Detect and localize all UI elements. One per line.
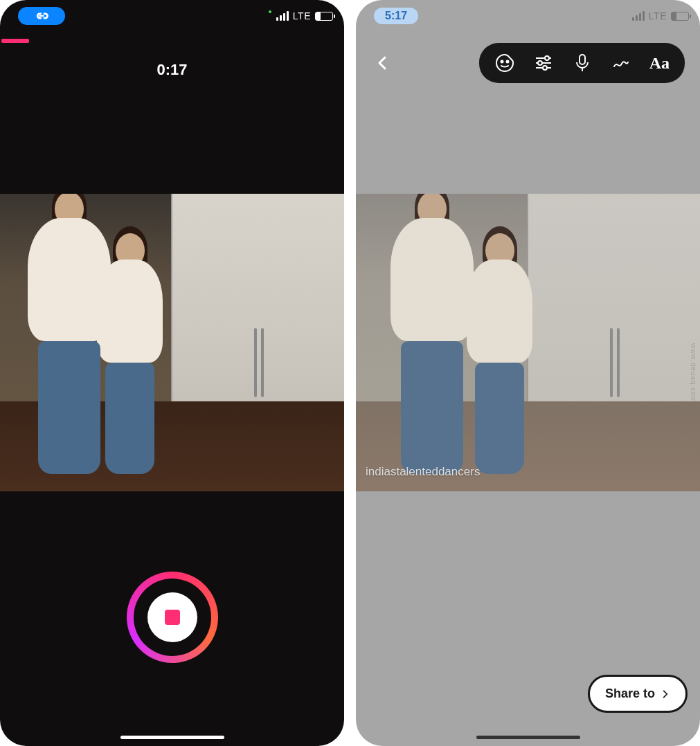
story-preview[interactable]: indiastalenteddancers — [356, 194, 700, 491]
screenshot-right-editor: 5:17 LTE — [356, 0, 700, 746]
link-status-pill[interactable] — [18, 7, 65, 25]
sticker-icon — [494, 53, 515, 73]
editor-toolbar: Aa — [479, 43, 685, 83]
svg-point-1 — [506, 61, 508, 63]
editor-top-bar: Aa — [356, 43, 700, 83]
battery-icon — [315, 12, 333, 21]
chevron-right-icon — [661, 689, 670, 699]
watermark: www.deuaq.com — [690, 343, 697, 403]
text-button[interactable]: Aa — [649, 54, 670, 73]
screenshot-left-recording: LTE 0:17 — [0, 0, 344, 746]
status-bar: LTE — [0, 0, 344, 32]
signal-icon — [276, 11, 289, 21]
chevron-left-icon — [375, 55, 391, 71]
status-time: 5:17 — [374, 8, 418, 24]
mic-button[interactable] — [572, 53, 593, 73]
svg-rect-8 — [580, 55, 585, 64]
share-to-button[interactable]: Share to — [588, 675, 688, 713]
svg-point-3 — [545, 56, 549, 60]
squiggle-icon — [611, 53, 631, 73]
link-icon — [29, 10, 54, 22]
sticker-button[interactable] — [494, 53, 515, 73]
record-button[interactable] — [127, 572, 218, 663]
share-label: Share to — [605, 686, 655, 701]
draw-button[interactable] — [611, 53, 631, 73]
network-label: LTE — [649, 10, 667, 21]
home-indicator[interactable] — [476, 736, 580, 739]
story-caption: indiastalenteddancers — [366, 465, 480, 479]
status-right: LTE — [632, 10, 689, 21]
svg-point-0 — [501, 61, 503, 63]
video-preview — [0, 194, 344, 491]
recording-progress-bar — [1, 39, 29, 43]
back-button[interactable] — [371, 51, 395, 75]
network-label: LTE — [293, 10, 311, 21]
sliders-icon — [533, 53, 554, 73]
stop-icon — [165, 610, 180, 625]
status-bar: 5:17 LTE — [356, 0, 700, 32]
svg-point-7 — [543, 66, 547, 70]
activity-dot-icon — [269, 10, 271, 13]
record-button-area — [127, 572, 218, 663]
battery-icon — [671, 12, 689, 21]
adjust-button[interactable] — [533, 53, 554, 73]
status-right: LTE — [269, 10, 333, 21]
home-indicator[interactable] — [120, 736, 224, 739]
mic-icon — [572, 53, 593, 73]
signal-icon — [632, 11, 645, 21]
recording-timer: 0:17 — [0, 61, 344, 79]
svg-point-5 — [538, 61, 542, 65]
